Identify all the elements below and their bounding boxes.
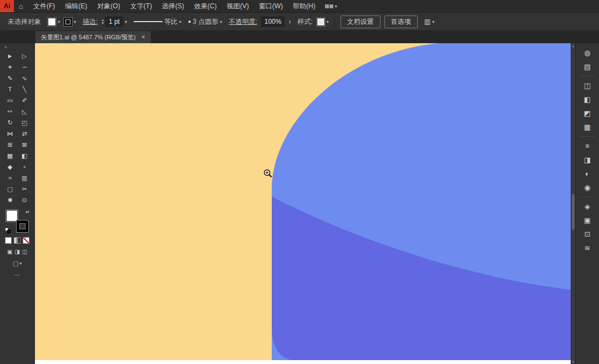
- shape-builder-tool[interactable]: ⊞: [3, 139, 17, 150]
- menu-help[interactable]: 帮助(H): [288, 0, 321, 12]
- eraser-tool[interactable]: ◺: [17, 106, 32, 117]
- perspective-grid-tool[interactable]: ⊠: [17, 139, 32, 150]
- variable-width-profile[interactable]: 等比 ▾: [134, 17, 181, 27]
- menu-type[interactable]: 文字(T): [125, 0, 157, 12]
- opacity-input[interactable]: 100%: [261, 17, 285, 27]
- discover-panel-icon[interactable]: ◍: [576, 46, 599, 60]
- line-segment-tool[interactable]: ╲: [17, 84, 32, 95]
- draw-inside-button[interactable]: ◫: [22, 249, 27, 255]
- document-setup-button[interactable]: 文档设置: [341, 16, 380, 28]
- rotate-tool[interactable]: ↻: [3, 117, 17, 128]
- symbol-sprayer-tool[interactable]: ≈: [3, 172, 17, 183]
- magic-wand-tool-icon: ✶: [7, 64, 12, 71]
- width-tool[interactable]: ⋈: [3, 128, 17, 139]
- swatches-panel-icon[interactable]: ▦: [576, 120, 599, 134]
- shaper-tool[interactable]: ✏: [3, 106, 17, 117]
- stepper-arrows-icon[interactable]: ▴▾: [101, 18, 104, 25]
- scroll-up-button[interactable]: ▴: [571, 44, 575, 48]
- libraries-panel-icon[interactable]: ◫: [576, 79, 599, 93]
- graphic-styles-panel-icon[interactable]: ◈: [576, 199, 599, 213]
- stroke-panel-icon[interactable]: ≡: [576, 139, 599, 153]
- draw-behind-button[interactable]: ◨: [14, 249, 19, 255]
- hand-tool-icon: ✱: [7, 197, 12, 204]
- screen-mode-icon: ▢: [13, 260, 18, 267]
- menu-edit[interactable]: 编辑(E): [60, 0, 92, 12]
- slice-tool[interactable]: ✂: [17, 183, 32, 194]
- zoom-tool[interactable]: ⊙: [17, 194, 32, 206]
- scroll-down-button[interactable]: ▾: [571, 360, 575, 363]
- color-button[interactable]: [5, 237, 12, 244]
- workspace-switcher[interactable]: ▾: [325, 4, 337, 9]
- color-panel-icon[interactable]: ◧: [576, 93, 599, 106]
- rectangle-tool[interactable]: ▭: [3, 95, 17, 106]
- menu-file[interactable]: 文件(F): [28, 0, 60, 12]
- app-logo-icon[interactable]: Ai: [0, 0, 14, 12]
- width-profile-label: 等比: [164, 17, 177, 27]
- document-tab[interactable]: 矢量图1.ai @ 5487.7% (RGB/预览) ×: [35, 31, 151, 43]
- stroke-panel-link[interactable]: 描边:: [83, 17, 98, 27]
- menu-view[interactable]: 视图(V): [222, 0, 254, 12]
- toolbar-collapse-button[interactable]: «: [0, 43, 34, 50]
- transparency-panel-icon[interactable]: ◐: [576, 167, 599, 181]
- gradient-tool[interactable]: ◧: [17, 150, 32, 161]
- properties-panel-icon[interactable]: ▤: [576, 60, 599, 74]
- mesh-tool[interactable]: ▦: [3, 150, 17, 161]
- scale-tool[interactable]: ◰: [17, 117, 32, 128]
- paintbrush-tool[interactable]: ✐: [17, 95, 32, 106]
- zoom-cursor-icon: [263, 169, 272, 178]
- gradient-button[interactable]: [14, 237, 21, 244]
- none-button[interactable]: [23, 237, 29, 244]
- pen-tool-icon: ✎: [7, 75, 12, 82]
- magic-wand-tool[interactable]: ✶: [3, 61, 17, 73]
- artwork: [35, 43, 575, 364]
- more-options-chevron[interactable]: ›: [288, 18, 291, 25]
- layers-panel-icon[interactable]: ▣: [576, 213, 599, 227]
- column-graph-tool[interactable]: ▥: [17, 172, 32, 183]
- tab-close-button[interactable]: ×: [141, 33, 145, 41]
- appearance-panel-icon[interactable]: ◉: [576, 181, 599, 194]
- home-icon[interactable]: ⌂: [14, 0, 28, 12]
- style-swatch-control[interactable]: ▾: [317, 18, 329, 26]
- brush-name: 3 点圆形: [192, 17, 218, 27]
- blend-tool[interactable]: ∘: [17, 161, 32, 172]
- artboard-tool[interactable]: ▢: [3, 183, 17, 194]
- scrollbar-thumb[interactable]: [572, 194, 575, 230]
- direct-selection-tool[interactable]: ▷: [17, 50, 32, 61]
- canvas[interactable]: ▴ ▾: [35, 43, 575, 364]
- asset-export-panel-icon[interactable]: ≋: [576, 241, 599, 255]
- swap-fill-stroke-icon[interactable]: ⇄: [26, 209, 29, 214]
- lasso-tool[interactable]: ∽: [17, 61, 32, 73]
- default-fill-stroke-icon[interactable]: [5, 228, 11, 233]
- stroke-swatch[interactable]: [17, 221, 28, 232]
- preferences-button[interactable]: 首选项: [384, 16, 418, 28]
- fill-color-control[interactable]: ▾: [48, 18, 60, 26]
- stroke-color-control[interactable]: ▾: [64, 18, 76, 26]
- menu-object[interactable]: 对象(O): [92, 0, 125, 12]
- control-bar-menu[interactable]: ▥ ▾: [424, 18, 434, 25]
- pen-tool[interactable]: ✎: [3, 73, 17, 84]
- edit-toolbar-button[interactable]: ⋯: [14, 271, 21, 279]
- brush-definition[interactable]: ● 3 点圆形 ▾: [188, 17, 222, 27]
- stroke-weight-stepper[interactable]: ▴▾ 1 pt ▾: [101, 17, 127, 27]
- chevron-down-icon: ▾: [19, 261, 22, 266]
- hand-tool[interactable]: ✱: [3, 194, 17, 206]
- eyedropper-tool[interactable]: ◆: [3, 161, 17, 172]
- free-transform-tool[interactable]: ⇄: [17, 128, 32, 139]
- menu-window[interactable]: 窗口(W): [254, 0, 288, 12]
- selection-tool[interactable]: ►: [3, 50, 17, 61]
- draw-normal-button[interactable]: ▣: [7, 249, 12, 255]
- color-guide-panel-icon[interactable]: ◩: [576, 106, 599, 120]
- shape-builder-tool-icon: ⊞: [7, 141, 12, 148]
- fill-color-swatch: [48, 18, 56, 26]
- type-tool[interactable]: T: [3, 84, 17, 95]
- curvature-tool[interactable]: ∿: [17, 73, 32, 84]
- menu-select[interactable]: 选择(S): [157, 0, 189, 12]
- opacity-panel-link[interactable]: 不透明度:: [229, 17, 257, 27]
- artboards-panel-icon[interactable]: ⊡: [576, 227, 599, 241]
- gradient-panel-icon[interactable]: ◨: [576, 153, 599, 167]
- change-screen-mode-button[interactable]: ▢ ▾: [13, 260, 22, 267]
- fill-swatch[interactable]: [6, 210, 18, 222]
- stroke-weight-input[interactable]: 1 pt: [105, 17, 123, 27]
- menu-effect[interactable]: 效果(C): [189, 0, 222, 12]
- vertical-scrollbar[interactable]: ▴ ▾: [571, 43, 575, 364]
